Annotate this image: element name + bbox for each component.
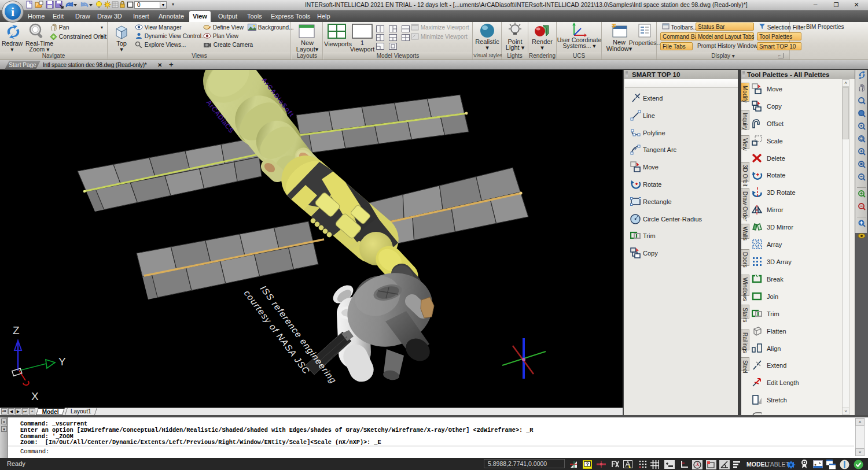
- svg-text:X: X: [31, 390, 39, 402]
- svg-text:?: ?: [586, 461, 589, 467]
- svg-text:Z: Z: [13, 324, 20, 336]
- svg-text:Y: Y: [58, 356, 66, 368]
